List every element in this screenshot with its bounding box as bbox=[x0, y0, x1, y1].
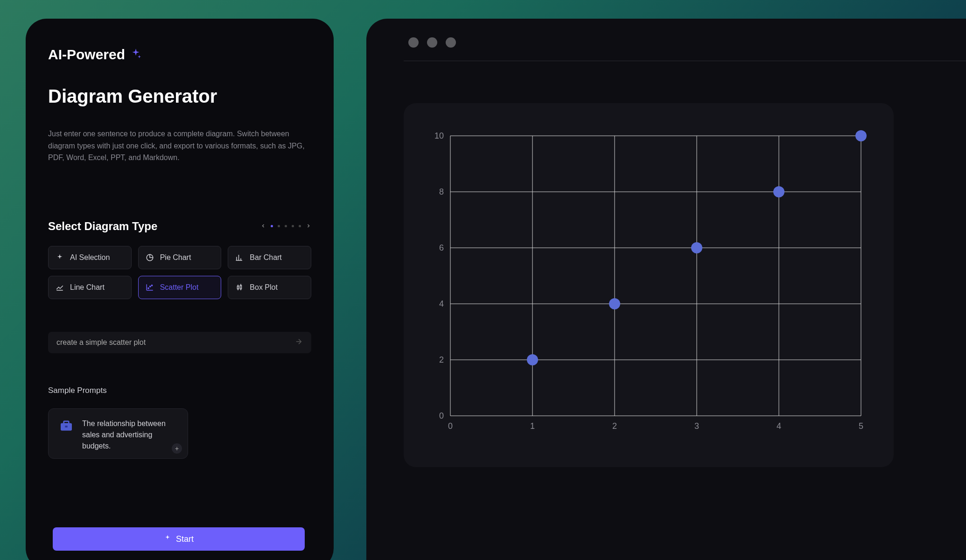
chevron-right-icon[interactable] bbox=[306, 222, 311, 231]
prompt-input-wrap bbox=[48, 332, 311, 353]
box-plot-icon bbox=[235, 283, 244, 292]
preview-panel: 0123450246810 bbox=[366, 19, 966, 560]
scatter-chart: 0123450246810 bbox=[422, 126, 870, 439]
type-ai-selection[interactable]: AI Selection bbox=[48, 246, 132, 269]
type-label: Line Chart bbox=[70, 283, 105, 292]
type-label: Box Plot bbox=[250, 283, 278, 292]
window-dot bbox=[446, 37, 456, 48]
svg-point-8 bbox=[149, 286, 150, 287]
svg-rect-10 bbox=[238, 286, 239, 289]
type-label: Bar Chart bbox=[250, 253, 281, 262]
select-row: Select Diagram Type bbox=[48, 220, 311, 233]
select-title: Select Diagram Type bbox=[48, 220, 157, 233]
brand-label: AI-Powered bbox=[48, 47, 125, 63]
start-button[interactable]: Start bbox=[53, 527, 305, 551]
svg-text:0: 0 bbox=[439, 411, 444, 420]
svg-text:0: 0 bbox=[448, 421, 453, 431]
svg-text:3: 3 bbox=[694, 421, 699, 431]
sparkle-icon bbox=[55, 253, 64, 262]
carousel-dot[interactable] bbox=[271, 225, 273, 227]
sparkle-icon bbox=[164, 534, 171, 544]
svg-text:6: 6 bbox=[439, 243, 444, 252]
svg-point-48 bbox=[855, 130, 867, 141]
submit-arrow-icon[interactable] bbox=[294, 337, 303, 348]
carousel-dot[interactable] bbox=[292, 225, 294, 227]
chevron-left-icon[interactable] bbox=[260, 222, 266, 231]
type-label: AI Selection bbox=[70, 253, 110, 262]
type-scatter-plot[interactable]: Scatter Plot bbox=[138, 276, 222, 299]
line-chart-icon bbox=[55, 283, 64, 292]
scatter-plot-icon bbox=[145, 283, 154, 292]
briefcase-icon bbox=[59, 418, 74, 433]
window-dot bbox=[427, 37, 437, 48]
sample-prompt-card[interactable]: The relationship between sales and adver… bbox=[48, 408, 188, 459]
generator-panel: AI-Powered Diagram Generator Just enter … bbox=[26, 19, 334, 560]
add-icon[interactable]: + bbox=[172, 443, 182, 454]
svg-text:4: 4 bbox=[777, 421, 781, 431]
svg-rect-18 bbox=[64, 421, 69, 423]
svg-point-47 bbox=[773, 186, 784, 197]
carousel-dot[interactable] bbox=[285, 225, 287, 227]
type-label: Scatter Plot bbox=[160, 283, 199, 292]
type-label: Pie Chart bbox=[160, 253, 191, 262]
diagram-type-grid: AI Selection Pie Chart Bar Chart Line Ch… bbox=[48, 246, 311, 299]
svg-text:5: 5 bbox=[859, 421, 863, 431]
prompt-input[interactable] bbox=[56, 338, 294, 347]
svg-text:2: 2 bbox=[439, 355, 444, 364]
svg-point-46 bbox=[691, 242, 702, 253]
svg-point-44 bbox=[527, 354, 538, 365]
svg-rect-19 bbox=[65, 426, 67, 427]
carousel-dot[interactable] bbox=[299, 225, 301, 227]
type-box-plot[interactable]: Box Plot bbox=[228, 276, 311, 299]
svg-point-9 bbox=[151, 285, 152, 286]
sparkle-icon bbox=[130, 48, 142, 62]
page-description: Just enter one sentence to produce a com… bbox=[48, 128, 309, 164]
svg-rect-13 bbox=[240, 285, 242, 289]
svg-text:2: 2 bbox=[612, 421, 617, 431]
svg-text:4: 4 bbox=[439, 299, 444, 308]
carousel-nav bbox=[260, 222, 311, 231]
svg-text:10: 10 bbox=[434, 131, 444, 140]
start-button-label: Start bbox=[176, 534, 194, 544]
bar-chart-icon bbox=[235, 253, 244, 262]
svg-text:8: 8 bbox=[439, 187, 444, 196]
svg-text:1: 1 bbox=[530, 421, 535, 431]
page-title: Diagram Generator bbox=[48, 86, 311, 107]
window-dot bbox=[408, 37, 419, 48]
divider bbox=[404, 61, 966, 61]
svg-point-45 bbox=[609, 298, 620, 309]
carousel-dot[interactable] bbox=[278, 225, 280, 227]
chart-card: 0123450246810 bbox=[404, 103, 894, 467]
type-bar-chart[interactable]: Bar Chart bbox=[228, 246, 311, 269]
type-line-chart[interactable]: Line Chart bbox=[48, 276, 132, 299]
svg-point-7 bbox=[148, 287, 149, 288]
sample-prompts-title: Sample Prompts bbox=[48, 386, 311, 395]
pie-chart-icon bbox=[145, 253, 154, 262]
window-controls bbox=[404, 37, 966, 48]
type-pie-chart[interactable]: Pie Chart bbox=[138, 246, 222, 269]
brand-row: AI-Powered bbox=[48, 47, 311, 63]
sample-prompt-text: The relationship between sales and adver… bbox=[82, 418, 177, 452]
